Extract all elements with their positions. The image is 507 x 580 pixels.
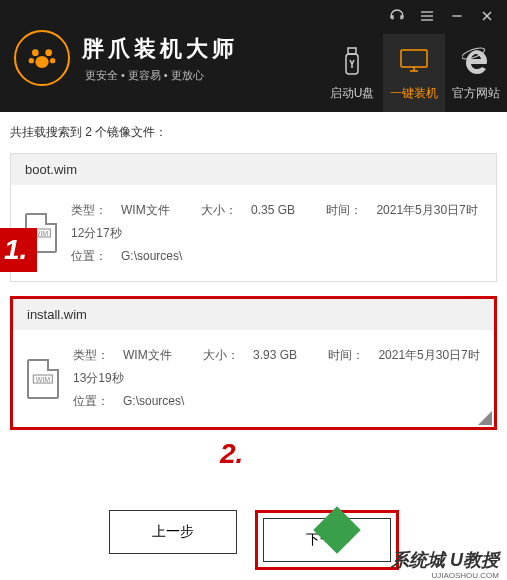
svg-rect-12 (348, 48, 356, 54)
toolbar-install-label: 一键装机 (390, 85, 438, 102)
toolbar-site-label: 官方网站 (452, 85, 500, 102)
annotation-marker-2: 2. (220, 438, 243, 470)
brand: 胖爪装机大师 更安全•更容易•更放心 (14, 30, 238, 86)
minimize-icon[interactable] (449, 8, 465, 28)
prev-button[interactable]: 上一步 (109, 510, 237, 554)
svg-point-6 (32, 49, 39, 56)
toolbar: 启动U盘 一键装机 官方网站 (321, 34, 507, 112)
content: 共挂载搜索到 2 个镜像文件： boot.wim WIM 类型：WIM文件 大小… (0, 112, 507, 580)
logo-icon (14, 30, 70, 86)
toolbar-usb-label: 启动U盘 (330, 85, 375, 102)
headset-icon[interactable] (389, 8, 405, 28)
button-row: 上一步 下一步 (10, 510, 497, 570)
next-button-highlight: 下一步 (255, 510, 399, 570)
svg-point-7 (45, 49, 52, 56)
monitor-icon (399, 45, 429, 77)
brand-subtitle: 更安全•更容易•更放心 (82, 68, 238, 83)
annotation-marker-1: 1. (0, 228, 37, 272)
usb-icon (340, 45, 364, 77)
file-info: 类型：WIM文件 大小：3.93 GB 时间：2021年5月30日7时13分19… (73, 344, 480, 412)
summary-text: 共挂载搜索到 2 个镜像文件： (10, 124, 497, 141)
app-header: 胖爪装机大师 更安全•更容易•更放心 启动U盘 一键装机 官方网站 (0, 0, 507, 112)
next-button[interactable]: 下一步 (263, 518, 391, 562)
svg-point-9 (50, 58, 55, 63)
menu-icon[interactable] (419, 8, 435, 28)
file-card-selected[interactable]: install.wim WIM 类型：WIM文件 大小：3.93 GB 时间：2… (10, 296, 497, 429)
file-info: 类型：WIM文件 大小：0.35 GB 时间：2021年5月30日7时12分17… (71, 199, 482, 267)
file-icon: WIM (27, 359, 59, 399)
selected-corner-icon (478, 411, 492, 425)
file-name: boot.wim (11, 154, 496, 185)
close-icon[interactable] (479, 8, 495, 28)
svg-point-10 (35, 56, 48, 68)
toolbar-site[interactable]: 官方网站 (445, 34, 507, 112)
file-name: install.wim (13, 299, 494, 330)
toolbar-usb[interactable]: 启动U盘 (321, 34, 383, 112)
titlebar (389, 8, 495, 28)
brand-title: 胖爪装机大师 (82, 34, 238, 64)
svg-point-8 (29, 58, 34, 63)
file-card[interactable]: boot.wim WIM 类型：WIM文件 大小：0.35 GB 时间：2021… (10, 153, 497, 282)
ie-icon (462, 45, 490, 77)
svg-rect-13 (401, 50, 427, 67)
toolbar-install[interactable]: 一键装机 (383, 34, 445, 112)
